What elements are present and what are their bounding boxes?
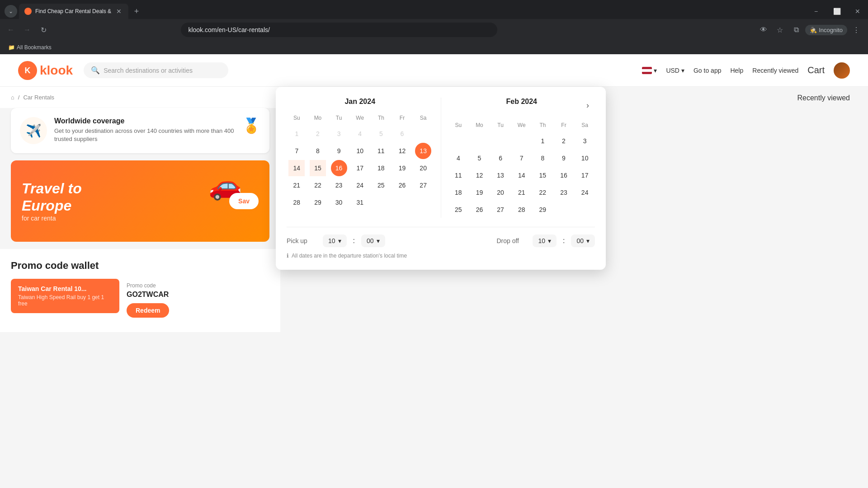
breadcrumb-item[interactable]: Car Rentals: [23, 94, 54, 101]
jan-day-21[interactable]: 21: [288, 177, 305, 193]
currency-button[interactable]: USD ▾: [666, 67, 684, 74]
jan-day-31[interactable]: 31: [352, 194, 368, 211]
active-tab[interactable]: Find Cheap Car Rental Deals & ✕: [19, 4, 128, 19]
jan-day-11[interactable]: 11: [373, 143, 389, 159]
jan-day-24[interactable]: 24: [352, 177, 368, 193]
feb-header-we: We: [511, 120, 532, 132]
feb-day-8[interactable]: 8: [534, 150, 551, 166]
feb-day-14[interactable]: 14: [514, 167, 530, 183]
redeem-button[interactable]: Redeem: [127, 303, 169, 318]
promo-code-card: Taiwan Car Rental 10... Taiwan High Spee…: [11, 279, 119, 313]
pickup-hour-chevron: ▾: [338, 237, 341, 244]
jan-day-22[interactable]: 22: [310, 177, 326, 193]
go-to-app-link[interactable]: Go to app: [693, 67, 722, 74]
address-input[interactable]: [181, 23, 497, 37]
feb-day-5[interactable]: 5: [471, 150, 487, 166]
avatar[interactable]: [834, 62, 850, 79]
next-month-button[interactable]: ›: [580, 98, 595, 113]
close-button[interactable]: ✕: [847, 4, 868, 19]
banner-save-button[interactable]: Sav: [229, 193, 259, 209]
feb-day-28[interactable]: 28: [514, 202, 530, 218]
new-tab-button[interactable]: +: [130, 5, 143, 18]
search-bar[interactable]: 🔍 Search destinations or activities: [84, 62, 228, 78]
jan-day-9[interactable]: 9: [331, 143, 347, 159]
feb-day-10[interactable]: 10: [577, 150, 593, 166]
dropoff-hour-select[interactable]: 10 ▾: [533, 235, 557, 247]
feb-day-25[interactable]: 25: [450, 202, 467, 218]
feb-day-24[interactable]: 24: [577, 184, 593, 201]
feb-day-18[interactable]: 18: [450, 184, 467, 201]
language-button[interactable]: ▾: [642, 67, 657, 74]
jan-day-13[interactable]: 13: [415, 143, 431, 159]
jan-day-12[interactable]: 12: [394, 143, 410, 159]
eye-slash-icon[interactable]: 👁: [756, 23, 771, 37]
feb-day-12[interactable]: 12: [471, 167, 487, 183]
maximize-button[interactable]: ⬜: [826, 4, 847, 19]
cart-icon[interactable]: Cart: [807, 65, 825, 75]
feb-day-2[interactable]: 2: [556, 133, 572, 149]
feb-day-22[interactable]: 22: [534, 184, 551, 201]
reload-button[interactable]: ↻: [37, 23, 50, 36]
currency-chevron-icon: ▾: [681, 67, 684, 74]
flag-icon: [642, 67, 652, 74]
feb-day-21[interactable]: 21: [514, 184, 530, 201]
jan-day-19[interactable]: 19: [394, 160, 410, 176]
pickup-minute-value: 00: [367, 237, 374, 244]
star-icon[interactable]: ☆: [773, 23, 787, 37]
feb-day-1[interactable]: 1: [534, 133, 551, 149]
jan-day-27[interactable]: 27: [415, 177, 431, 193]
feb-day-20[interactable]: 20: [492, 184, 509, 201]
feb-day-16[interactable]: 16: [556, 167, 572, 183]
feb-day-23[interactable]: 23: [556, 184, 572, 201]
tab-group-button[interactable]: ⌄: [5, 5, 17, 18]
svg-text:K: K: [25, 66, 31, 75]
feb-day-6[interactable]: 6: [492, 150, 509, 166]
jan-day-15[interactable]: 15: [310, 160, 326, 176]
recently-viewed-link[interactable]: Recently viewed: [752, 67, 798, 74]
feb-header-mo: Mo: [469, 120, 490, 132]
pickup-hour-select[interactable]: 10 ▾: [323, 235, 347, 247]
klook-logo[interactable]: K klook: [18, 61, 73, 80]
help-link[interactable]: Help: [730, 67, 743, 74]
jan-day-17[interactable]: 17: [352, 160, 368, 176]
feb-day-9[interactable]: 9: [556, 150, 572, 166]
jan-day-30[interactable]: 30: [331, 194, 347, 211]
dropoff-minute-select[interactable]: 00 ▾: [571, 235, 595, 247]
jan-day-10[interactable]: 10: [352, 143, 368, 159]
feb-day-29[interactable]: 29: [534, 202, 551, 218]
jan-day-7[interactable]: 7: [288, 143, 305, 159]
feb-day-15[interactable]: 15: [534, 167, 551, 183]
jan-day-8[interactable]: 8: [310, 143, 326, 159]
minimize-button[interactable]: −: [806, 4, 826, 19]
feb-day-13[interactable]: 13: [492, 167, 509, 183]
recently-viewed-label[interactable]: Recently viewed: [797, 94, 850, 102]
address-bar-row: ← → ↻ 👁 ☆ ⧉ 🕵 Incognito ⋮: [0, 19, 868, 41]
bookmarks-item[interactable]: 📁 All Bookmarks: [5, 43, 55, 52]
jan-day-26[interactable]: 26: [394, 177, 410, 193]
tab-close-button[interactable]: ✕: [115, 7, 123, 15]
forward-button[interactable]: →: [21, 23, 33, 36]
jan-day-28[interactable]: 28: [288, 194, 305, 211]
profile-icon[interactable]: ⋮: [849, 23, 863, 37]
jan-day-23[interactable]: 23: [331, 177, 347, 193]
pickup-minute-select[interactable]: 00 ▾: [361, 235, 385, 247]
jan-day-29[interactable]: 29: [310, 194, 326, 211]
promo-banner: Travel to Europe for car renta 🚗 Sav: [11, 160, 269, 242]
jan-day-18[interactable]: 18: [373, 160, 389, 176]
feb-day-17[interactable]: 17: [577, 167, 593, 183]
split-view-icon[interactable]: ⧉: [789, 23, 803, 37]
feb-day-4[interactable]: 4: [450, 150, 467, 166]
feb-day-3[interactable]: 3: [577, 133, 593, 149]
jan-day-14[interactable]: 14: [288, 160, 305, 176]
feb-day-19[interactable]: 19: [471, 184, 487, 201]
feb-day-27[interactable]: 27: [492, 202, 509, 218]
feb-day-26[interactable]: 26: [471, 202, 487, 218]
feb-day-7[interactable]: 7: [514, 150, 530, 166]
jan-day-25[interactable]: 25: [373, 177, 389, 193]
breadcrumb-icon: ⌂: [11, 94, 14, 101]
back-button[interactable]: ←: [5, 23, 17, 36]
promo-code-info: Promo code GO2TWCAR Redeem: [127, 279, 169, 321]
jan-day-20[interactable]: 20: [415, 160, 431, 176]
feb-day-11[interactable]: 11: [450, 167, 467, 183]
jan-day-16[interactable]: 16: [331, 160, 347, 176]
